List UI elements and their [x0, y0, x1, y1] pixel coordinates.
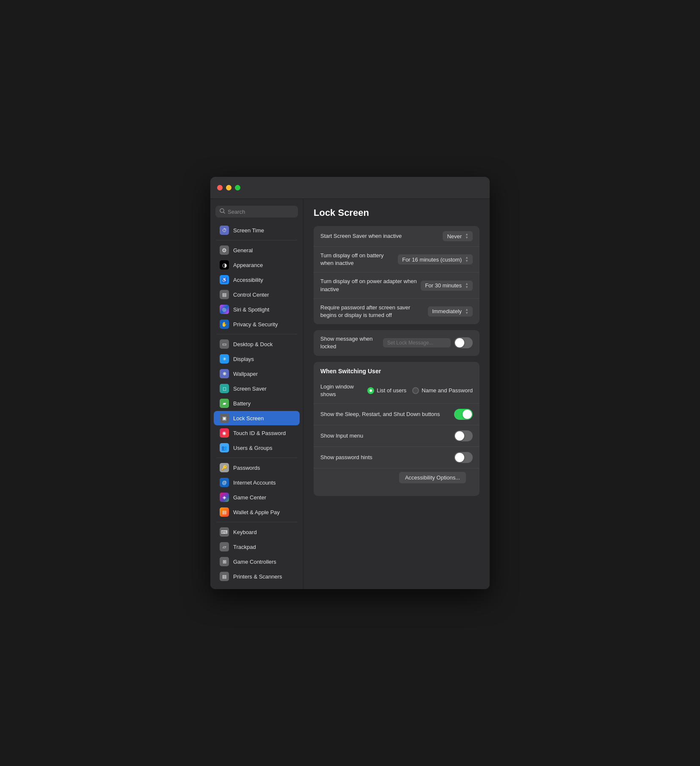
require-password-stepper[interactable]: Immediately ▲ ▼	[428, 306, 473, 317]
divider-4	[216, 522, 297, 522]
toggle-knob-2	[463, 410, 472, 419]
maximize-button[interactable]	[235, 185, 240, 190]
sidebar-item-general[interactable]: ⚙ General	[214, 243, 300, 257]
sidebar-item-label: Appearance	[233, 262, 263, 268]
show-message-toggle[interactable]	[454, 337, 473, 348]
touchid-icon: ◉	[220, 428, 229, 438]
minimize-button[interactable]	[226, 185, 231, 190]
password-hints-label: Show password hints	[320, 454, 454, 461]
screen-saver-control: Never ▲ ▼	[443, 231, 473, 241]
toggle-knob	[455, 338, 464, 347]
gamecontrollers-icon: ⊞	[220, 557, 229, 566]
sidebar-item-label: Control Center	[233, 292, 269, 298]
sidebar-item-passwords[interactable]: 🔑 Passwords	[214, 460, 300, 475]
screen-saver-stepper[interactable]: Never ▲ ▼	[443, 231, 473, 241]
sleep-restart-toggle[interactable]	[454, 409, 473, 420]
sidebar-item-label: Game Center	[233, 494, 266, 501]
battery-display-row: Turn display off on battery when inactiv…	[314, 247, 480, 273]
require-password-label: Require password after screen saver begi…	[320, 304, 412, 319]
input-menu-toggle[interactable]	[454, 430, 473, 441]
name-password-radio[interactable]	[412, 387, 419, 394]
name-password-label: Name and Password	[422, 387, 473, 394]
sidebar-item-label: Internet Accounts	[233, 479, 276, 486]
sidebar-item-control-center[interactable]: ▤ Control Center	[214, 287, 300, 302]
sidebar-item-trackpad[interactable]: ▱ Trackpad	[214, 540, 300, 554]
stepper-arrows-2: ▲ ▼	[465, 256, 469, 263]
divider-3	[216, 457, 297, 458]
sidebar-item-accessibility[interactable]: ♿ Accessibility	[214, 273, 300, 287]
traffic-lights	[217, 185, 240, 190]
stepper-arrows: ▲ ▼	[465, 233, 469, 240]
wallpaper-icon: ❋	[220, 369, 229, 378]
sidebar-item-keyboard[interactable]: ⌨ Keyboard	[214, 525, 300, 539]
sidebar-item-label: Keyboard	[233, 529, 257, 535]
sidebar-item-printers-scanners[interactable]: ▤ Printers & Scanners	[214, 569, 300, 584]
control-center-icon: ▤	[220, 290, 229, 299]
input-menu-row: Show Input menu	[314, 425, 480, 447]
sidebar-item-privacy-security[interactable]: ✋ Privacy & Security	[214, 317, 300, 331]
sidebar-item-lock-screen[interactable]: ▣ Lock Screen	[214, 411, 300, 425]
sidebar-item-label: Accessibility	[233, 277, 263, 283]
switching-user-section: When Switching User Login window shows L…	[314, 362, 480, 496]
sidebar-item-wallpaper[interactable]: ❋ Wallpaper	[214, 366, 300, 381]
password-hints-row: Show password hints	[314, 447, 480, 468]
printers-icon: ▤	[220, 572, 229, 581]
stepper-arrows-3: ▲ ▼	[465, 282, 469, 289]
sidebar-item-internet-accounts[interactable]: @ Internet Accounts	[214, 475, 300, 490]
close-button[interactable]	[217, 185, 223, 190]
sidebar-item-touch-id[interactable]: ◉ Touch ID & Password	[214, 426, 300, 440]
accessibility-icon: ♿	[220, 275, 229, 284]
show-message-control	[383, 337, 473, 348]
privacy-icon: ✋	[220, 320, 229, 329]
svg-line-1	[223, 212, 225, 213]
appearance-icon: ◑	[220, 260, 229, 270]
adapter-display-stepper[interactable]: For 30 minutes ▲ ▼	[421, 281, 473, 291]
sidebar-item-siri-spotlight[interactable]: ◎ Siri & Spotlight	[214, 302, 300, 317]
radio-group: List of users Name and Password	[367, 387, 473, 394]
sidebar-item-game-controllers[interactable]: ⊞ Game Controllers	[214, 554, 300, 569]
arrow-down-icon-3: ▼	[465, 286, 469, 289]
screen-saver-label: Start Screen Saver when inactive	[320, 232, 443, 240]
sidebar-item-screen-time[interactable]: ⏱ Screen Time	[214, 223, 300, 237]
accessibility-options-button[interactable]: Accessibility Options...	[399, 472, 466, 483]
accessibility-options-container: Accessibility Options...	[314, 468, 480, 496]
list-users-radio[interactable]	[367, 387, 374, 394]
battery-icon: ▰	[220, 399, 229, 408]
list-of-users-option[interactable]: List of users	[367, 387, 406, 394]
sidebar-item-wallet[interactable]: ▤ Wallet & Apple Pay	[214, 505, 300, 519]
name-password-option[interactable]: Name and Password	[412, 387, 473, 394]
message-section: Show message when locked	[314, 330, 480, 355]
input-menu-label: Show Input menu	[320, 432, 454, 440]
sidebar-item-desktop-dock[interactable]: ▭ Desktop & Dock	[214, 337, 300, 351]
password-hints-toggle[interactable]	[454, 452, 473, 463]
sidebar-item-label: Wallet & Apple Pay	[233, 509, 280, 515]
battery-display-stepper[interactable]: For 16 minutes (custom) ▲ ▼	[398, 254, 473, 265]
sidebar-item-screen-saver[interactable]: ◻ Screen Saver	[214, 381, 300, 396]
sidebar-item-label: Battery	[233, 400, 251, 407]
toggle-knob-3	[455, 431, 464, 441]
screen-saver-row: Start Screen Saver when inactive Never ▲…	[314, 226, 480, 247]
require-password-value: Immediately	[432, 308, 462, 314]
sidebar-item-label: Wallpaper	[233, 371, 258, 377]
sidebar-item-appearance[interactable]: ◑ Appearance	[214, 258, 300, 272]
stepper-arrows-4: ▲ ▼	[465, 308, 469, 315]
lock-message-input[interactable]	[383, 338, 451, 347]
adapter-display-control: For 30 minutes ▲ ▼	[421, 281, 473, 291]
sidebar-item-users-groups[interactable]: 👥 Users & Groups	[214, 441, 300, 455]
sidebar-item-label: Game Controllers	[233, 559, 276, 565]
sidebar-item-label: Lock Screen	[233, 415, 264, 422]
window-content: Search ⏱ Screen Time ⚙ General ◑ Appeara…	[210, 199, 490, 589]
screen-time-icon: ⏱	[220, 226, 229, 235]
sidebar-item-displays[interactable]: ✳ Displays	[214, 352, 300, 366]
lockscreen-icon: ▣	[220, 413, 229, 423]
sidebar-item-game-center[interactable]: ◈ Game Center	[214, 490, 300, 504]
search-container: Search	[210, 204, 303, 223]
battery-display-label: Turn display off on battery when inactiv…	[320, 252, 398, 267]
siri-icon: ◎	[220, 305, 229, 314]
sidebar-item-battery[interactable]: ▰ Battery	[214, 396, 300, 411]
adapter-display-row: Turn display off on power adapter when i…	[314, 273, 480, 298]
adapter-display-value: For 30 minutes	[425, 282, 462, 289]
switching-user-header: When Switching User	[314, 362, 480, 378]
search-box[interactable]: Search	[215, 206, 298, 218]
input-menu-control	[454, 430, 473, 441]
